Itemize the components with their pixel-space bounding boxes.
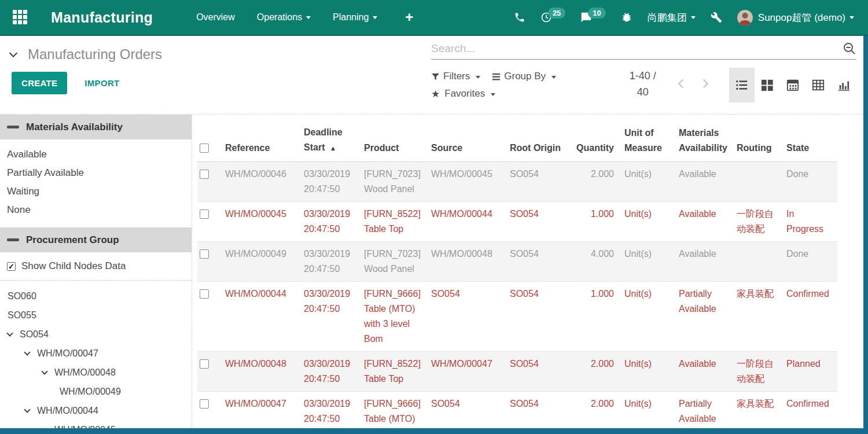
tree-item[interactable]: WH/MO/00048 <box>0 363 192 382</box>
collapse-dash-icon[interactable] <box>7 126 19 128</box>
tree-item[interactable]: SO060 <box>0 286 192 306</box>
search-input[interactable] <box>431 42 843 55</box>
table-row[interactable]: WH/MO/00046 03/30/2019 20:47:50 [FURN_70… <box>197 162 837 202</box>
tree-item[interactable]: SO054 <box>0 325 192 344</box>
group-by-dropdown[interactable]: Group By <box>504 71 546 82</box>
view-switcher <box>729 68 856 102</box>
menu-plus-button[interactable]: + <box>405 9 413 25</box>
col-source[interactable]: Source <box>429 115 507 162</box>
sort-asc-icon: ▲ <box>330 145 336 152</box>
caret-down-icon <box>551 76 556 79</box>
phone-icon[interactable] <box>514 12 525 23</box>
menu-planning[interactable]: Planning <box>333 12 377 23</box>
table-row[interactable]: WH/MO/00049 03/30/2019 20:47:50 [FURN_70… <box>197 242 837 282</box>
group-by-icon <box>492 72 501 81</box>
pager-range: 1-40 / 40 <box>625 68 661 100</box>
control-panel: Manufacturing Orders CREATE IMPORT Filte… <box>0 36 868 114</box>
sidebar-item-waiting[interactable]: Waiting <box>0 182 192 201</box>
view-pivot-button[interactable] <box>806 68 831 102</box>
collapse-dash-icon[interactable] <box>7 238 19 241</box>
kanban-view-icon <box>761 79 774 91</box>
calendar-view-icon <box>786 79 799 91</box>
row-checkbox[interactable] <box>200 249 209 259</box>
sidebar-section-materials-availability: Materials Availability <box>0 115 192 139</box>
col-routing[interactable]: Routing <box>734 115 784 162</box>
table-row[interactable]: WH/MO/00045 03/30/2019 20:47:50 [FURN_85… <box>197 202 837 242</box>
tree-item[interactable]: WH/MO/00047 <box>0 344 192 363</box>
col-reference[interactable]: Reference <box>223 115 301 162</box>
pivot-view-icon <box>812 79 825 91</box>
pager-previous-button[interactable] <box>678 79 687 89</box>
page-title: Manufacturing Orders <box>28 46 162 62</box>
chevron-down-icon <box>24 406 30 413</box>
col-unit-of-measure[interactable]: Unit of Measure <box>622 115 676 162</box>
apps-menu-icon[interactable] <box>13 10 28 25</box>
table-row[interactable]: WH/MO/00047 03/30/2019 20:47:50 [FURN_96… <box>197 392 837 429</box>
user-menu[interactable]: Sunpop超管 (demo) <box>737 10 854 25</box>
sidebar-item-available[interactable]: Available <box>0 145 192 164</box>
col-quantity[interactable]: Quantity <box>571 115 622 162</box>
tools-icon[interactable] <box>711 12 722 23</box>
chevron-down-icon <box>41 368 47 374</box>
bug-icon[interactable] <box>621 12 632 23</box>
messages-badge: 10 <box>588 8 605 19</box>
search-bar <box>431 42 856 60</box>
filters-dropdown[interactable]: Filters <box>443 71 470 82</box>
filter-funnel-icon <box>431 72 440 81</box>
import-button[interactable]: IMPORT <box>84 78 119 88</box>
caret-down-icon <box>691 16 696 19</box>
messages-button[interactable]: 10 <box>580 12 605 23</box>
company-switcher[interactable]: 尚鹏集团 <box>648 11 696 24</box>
row-checkbox[interactable] <box>200 209 209 219</box>
table-header-row: Reference Deadline Start ▲ Product Sourc… <box>197 115 837 162</box>
col-root-origin[interactable]: Root Origin <box>507 115 571 162</box>
row-checkbox[interactable] <box>200 170 209 179</box>
view-kanban-button[interactable] <box>755 68 780 102</box>
app-title[interactable]: Manufacturing <box>51 9 153 26</box>
caret-down-icon <box>476 76 480 79</box>
chevron-down-icon <box>6 330 13 336</box>
table-row[interactable]: WH/MO/00048 03/30/2019 20:47:50 [FURN_85… <box>197 352 837 392</box>
graph-view-icon <box>837 79 850 91</box>
create-button[interactable]: CREATE <box>12 72 67 94</box>
sidebar-item-partially-available[interactable]: Partially Available <box>0 164 192 182</box>
view-list-button[interactable] <box>729 68 755 102</box>
table-row[interactable]: WH/MO/00044 03/30/2019 20:47:50 [FURN_96… <box>197 282 837 352</box>
select-all-checkbox[interactable] <box>200 144 209 153</box>
col-product[interactable]: Product <box>362 115 429 162</box>
row-checkbox[interactable] <box>200 289 209 299</box>
pager-next-button[interactable] <box>700 79 709 89</box>
caret-down-icon <box>491 93 495 96</box>
menu-operations[interactable]: Operations <box>257 12 311 23</box>
favorites-star-icon: ★ <box>431 89 440 99</box>
caret-down-icon <box>849 16 854 19</box>
filter-sidebar: Materials Availability Available Partial… <box>0 115 192 428</box>
row-checkbox[interactable] <box>200 359 209 369</box>
caret-down-icon <box>373 16 377 19</box>
tree-item[interactable]: WH/MO/00049 <box>0 382 192 401</box>
view-calendar-button[interactable] <box>780 68 806 102</box>
collapse-chevron-icon[interactable] <box>9 49 17 57</box>
procurement-group-tree: SO060 SO055 SO054 WH/MO/00047 WH/MO/0004… <box>0 281 192 428</box>
favorites-dropdown[interactable]: Favorites <box>444 88 485 100</box>
show-child-nodes-checkbox[interactable]: ✓ Show Child Nodes Data <box>7 260 192 272</box>
row-checkbox[interactable] <box>200 399 209 409</box>
col-materials-availability[interactable]: Materials Availability <box>676 115 734 162</box>
checkbox-checked-icon: ✓ <box>7 262 16 271</box>
systray: 25 10 尚鹏集团 Sunpop超管 (demo) <box>514 10 868 25</box>
search-magnifier-icon[interactable] <box>843 42 856 56</box>
sidebar-item-none[interactable]: None <box>0 201 192 219</box>
col-state[interactable]: State <box>784 115 837 162</box>
tree-item[interactable]: SO055 <box>0 306 192 325</box>
tree-item[interactable]: WH/MO/00044 <box>0 401 192 420</box>
tree-item[interactable]: WH/MO/00045 <box>0 420 192 428</box>
view-graph-button[interactable] <box>831 68 856 102</box>
top-navbar: Manufacturing Overview Operations Planni… <box>0 0 868 36</box>
horizontal-scrollbar[interactable] <box>0 428 868 434</box>
vertical-scrollbar[interactable] <box>863 36 868 428</box>
manufacturing-orders-list: Reference Deadline Start ▲ Product Sourc… <box>192 115 863 428</box>
col-deadline-start[interactable]: Deadline Start ▲ <box>301 115 362 162</box>
main-menu: Overview Operations Planning + <box>196 9 413 25</box>
menu-overview[interactable]: Overview <box>196 12 235 23</box>
activities-button[interactable]: 25 <box>540 12 565 23</box>
